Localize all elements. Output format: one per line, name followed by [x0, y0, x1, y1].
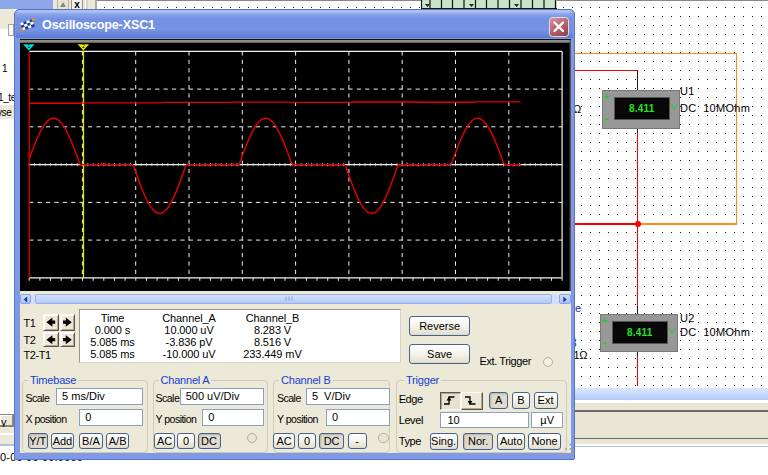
- svg-text:2: 2: [82, 42, 85, 48]
- svg-text:1: 1: [27, 42, 30, 48]
